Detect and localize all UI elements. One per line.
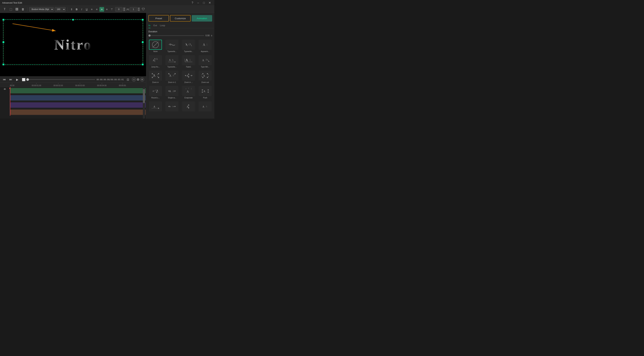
fade1-svg: A A <box>184 57 193 63</box>
font-size-selector[interactable]: 160 <box>55 7 66 12</box>
leading-down[interactable]: ▼ <box>138 9 140 11</box>
text-vertical-button[interactable]: ⊤ <box>110 7 114 12</box>
progress-bar[interactable] <box>28 79 95 80</box>
step-forward-button[interactable]: ⏭ <box>8 77 13 82</box>
style-button[interactable]: 🛡 <box>141 7 146 12</box>
svg-text:A: A <box>156 58 158 60</box>
anim-thumb-typewrite1: A A <box>166 40 178 50</box>
stop-button[interactable]: ⬜ <box>21 77 26 82</box>
duration-slider-thumb[interactable] <box>148 34 150 36</box>
track-eye-4[interactable]: 👁 <box>3 87 7 92</box>
align-justify-button[interactable]: ≡ <box>100 7 104 12</box>
app-title: Advanced Text Edit <box>2 2 22 4</box>
anim-typewrite2[interactable]: A A Typewrite... <box>181 39 196 53</box>
image-tool-icon[interactable]: 🖼 <box>14 7 20 12</box>
anim-fade1[interactable]: A A Fade1 <box>181 54 196 69</box>
svg-text:A: A <box>187 90 189 93</box>
handle-top-right[interactable] <box>142 19 144 21</box>
help-button[interactable]: ? <box>190 1 195 5</box>
anim-evaporate[interactable]: A A Evaporate <box>181 85 196 100</box>
track-content-2[interactable] <box>10 95 146 100</box>
anim-singlew[interactable]: A A Single-w... <box>164 85 180 100</box>
transform-tool-icon[interactable]: ⬚ <box>8 7 13 12</box>
preset-tab[interactable]: Preset <box>148 15 169 22</box>
anim-zoomin1[interactable]: A A Zoom in 1 <box>164 70 180 84</box>
kerning-input[interactable] <box>115 7 122 12</box>
svg-text:A: A <box>172 44 174 46</box>
anim-push[interactable]: A Push <box>198 85 213 100</box>
sub-tab-in[interactable]: In <box>148 23 150 28</box>
animation-tab[interactable]: Animation <box>192 15 212 22</box>
underline-button[interactable]: U <box>84 7 89 12</box>
zoom-out-button[interactable]: – <box>132 78 136 82</box>
anim-thumb-typewrite2: A A <box>182 40 195 50</box>
svg-text:A: A <box>203 43 205 46</box>
scrollbar-thumb[interactable] <box>143 89 145 103</box>
kerning-down[interactable]: ▼ <box>123 9 126 11</box>
toolbar-separator-1 <box>27 8 28 11</box>
anim-typewrite1[interactable]: A A Typewrite... <box>164 39 180 53</box>
zoomin1-svg: A A <box>168 72 176 79</box>
text-tool-icon[interactable]: T <box>2 7 7 12</box>
anim-extra3[interactable]: A <box>181 101 196 113</box>
anim-roundz[interactable]: A Round z... <box>148 85 163 100</box>
anim-appearing[interactable]: A A Appearin... <box>198 39 213 53</box>
handle-top-left[interactable] <box>2 19 4 21</box>
sub-tab-loop[interactable]: Loop <box>160 23 165 28</box>
sub-tab-out[interactable]: Out <box>153 23 157 28</box>
zoomin-svg: A <box>151 72 160 79</box>
anim-zoomin2[interactable]: A Zoom in ... <box>181 70 196 84</box>
svg-marker-43 <box>185 75 186 76</box>
ruler-mark-0: 00:00 <box>10 83 14 86</box>
timeline-scrollbar[interactable] <box>143 87 145 119</box>
text-spacing-button[interactable]: ⇕ <box>69 7 74 12</box>
anim-extra1[interactable]: A <box>148 101 163 113</box>
handle-middle-left[interactable] <box>2 41 4 43</box>
kerning-up[interactable]: ▲ <box>123 7 126 9</box>
align-center-button[interactable]: ≡ <box>94 7 99 12</box>
ruler-mark-2: 00:00:02:00 <box>54 83 63 86</box>
maximize-button[interactable]: □ <box>202 1 206 5</box>
title-bar-controls: ? – □ ✕ <box>190 1 212 5</box>
canvas-area: Nitro <box>0 13 146 76</box>
handle-bottom-right[interactable] <box>142 64 144 65</box>
customize-tab[interactable]: Customize <box>170 15 190 22</box>
zoom-in-button[interactable]: + <box>140 78 144 82</box>
svg-text:A: A <box>154 106 156 108</box>
anim-thumb-typewrite3: A A <box>166 55 178 65</box>
close-button[interactable]: ✕ <box>207 1 212 5</box>
skip-back-button[interactable]: ⏮ <box>2 77 7 82</box>
leading-up[interactable]: ▲ <box>138 7 140 9</box>
track-content-1[interactable] <box>10 88 146 93</box>
handle-bottom-left[interactable] <box>2 64 4 65</box>
align-right-button[interactable]: ≡ <box>104 7 109 12</box>
handle-top-center[interactable] <box>72 19 74 21</box>
extra4-svg: A A <box>201 103 210 110</box>
anim-extra4[interactable]: A A <box>198 101 213 113</box>
handle-middle-right[interactable] <box>142 41 144 43</box>
anim-thumb-fade1: A A <box>182 55 195 65</box>
delete-icon[interactable]: 🗑 <box>20 7 26 12</box>
anim-jumpfrom[interactable]: A A Jump fro... <box>148 54 163 69</box>
minimize-button[interactable]: – <box>196 1 201 5</box>
fit-frame-button[interactable]: ⊡ <box>125 77 130 82</box>
track-content-4[interactable] <box>10 110 146 115</box>
progress-thumb[interactable] <box>26 78 29 81</box>
bold-button[interactable]: B <box>74 7 79 12</box>
anim-zoomout[interactable]: A Zoom out <box>198 70 213 84</box>
font-selector[interactable]: Bodoni Moda 28pt <box>29 7 54 12</box>
svg-marker-82 <box>208 92 209 93</box>
anim-extra2[interactable]: A A <box>164 101 180 113</box>
extra2-svg: A A <box>168 103 176 110</box>
align-left-button[interactable]: ≡ <box>90 7 94 12</box>
anim-none[interactable]: None <box>148 39 163 53</box>
duration-slider-track[interactable] <box>148 35 204 36</box>
track-content-3[interactable] <box>10 102 146 108</box>
play-button[interactable]: ▶ <box>15 77 20 82</box>
anim-typewri[interactable]: A A Type Wri... <box>198 54 213 69</box>
italic-button[interactable]: I <box>79 7 84 12</box>
anim-typewrite3[interactable]: A A Typewrite... <box>164 54 180 69</box>
anim-thumb-typewri: A A <box>199 55 212 65</box>
leading-input[interactable] <box>130 7 137 12</box>
anim-zoomin[interactable]: A Zoom in <box>148 70 163 84</box>
